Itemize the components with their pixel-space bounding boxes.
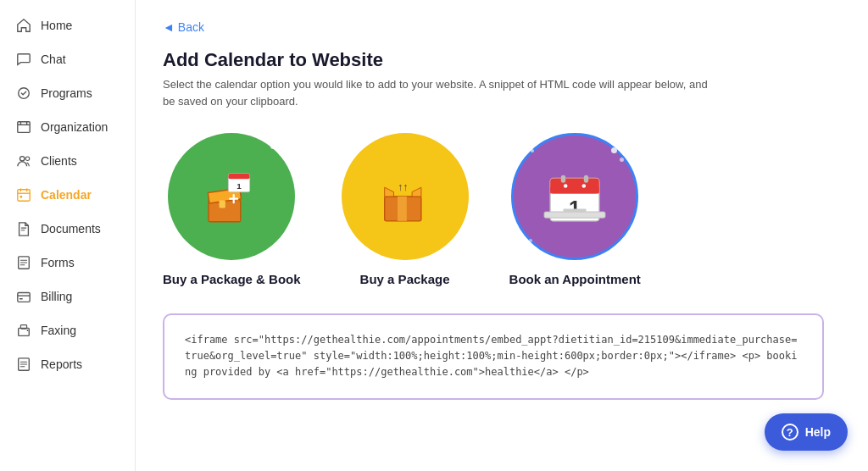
svg-rect-32	[564, 208, 587, 212]
sidebar-item-label: Clients	[41, 154, 77, 168]
sidebar: Home Chat Programs Organization	[0, 0, 136, 471]
sidebar-item-home[interactable]: Home	[0, 8, 135, 42]
sidebar-item-programs[interactable]: Programs	[0, 76, 135, 110]
svg-point-10	[27, 330, 29, 331]
svg-point-3	[25, 157, 30, 161]
calendar-icon	[15, 186, 32, 203]
clients-icon	[15, 152, 32, 169]
svg-rect-31	[544, 212, 605, 218]
svg-point-2	[20, 157, 25, 161]
buy-package-book-svg: 1	[193, 158, 270, 235]
svg-rect-27	[584, 175, 588, 183]
sidebar-item-label: Home	[41, 19, 72, 32]
option-circle-green: 1	[168, 133, 295, 260]
svg-rect-5	[20, 196, 23, 198]
svg-text:↑↑: ↑↑	[398, 181, 409, 193]
documents-icon	[15, 220, 32, 237]
sidebar-item-documents[interactable]: Documents	[0, 212, 135, 246]
svg-rect-7	[18, 293, 30, 302]
book-appointment-svg: 1	[537, 158, 613, 235]
option-circle-yellow: ↑↑	[342, 133, 469, 260]
back-arrow-icon: ◄	[163, 20, 175, 34]
sidebar-item-label: Billing	[41, 290, 72, 303]
svg-point-29	[564, 184, 568, 188]
sidebar-item-label: Calendar	[41, 188, 92, 202]
help-button[interactable]: ? Help	[765, 413, 848, 451]
option-book-appointment[interactable]: 1 Book an Appointment	[509, 133, 641, 286]
sidebar-item-clients[interactable]: Clients	[0, 144, 135, 178]
code-content: <iframe src="https://gethealthie.com/app…	[185, 332, 802, 381]
home-icon	[15, 17, 32, 34]
sidebar-item-label: Chat	[41, 53, 66, 66]
svg-rect-26	[561, 175, 565, 183]
main-content: ◄ Back Add Calendar to Website Select th…	[136, 0, 868, 471]
sidebar-item-billing[interactable]: Billing	[0, 280, 135, 313]
chat-icon	[15, 51, 32, 68]
sidebar-item-calendar[interactable]: Calendar	[0, 178, 135, 212]
svg-rect-4	[18, 190, 30, 202]
sidebar-item-label: Faxing	[41, 324, 76, 337]
billing-icon	[15, 288, 32, 305]
sidebar-item-faxing[interactable]: Faxing	[0, 313, 135, 347]
calendar-options: 1 Buy a Package & Book	[163, 133, 841, 286]
sidebar-item-forms[interactable]: Forms	[0, 246, 135, 280]
sidebar-item-chat[interactable]: Chat	[0, 42, 135, 76]
option-label-book-appointment: Book an Appointment	[509, 272, 641, 286]
back-link[interactable]: ◄ Back	[163, 20, 841, 34]
svg-rect-25	[550, 187, 599, 193]
page-title: Add Calendar to Website	[163, 49, 841, 71]
buy-package-svg: ↑↑	[367, 158, 443, 235]
question-icon: ?	[782, 424, 798, 441]
forms-icon	[15, 254, 32, 271]
organization-icon	[15, 119, 32, 136]
faxing-icon	[15, 322, 32, 339]
sidebar-item-label: Programs	[41, 86, 92, 100]
svg-rect-16	[229, 174, 250, 179]
page-subtitle: Select the calendar option you would lik…	[163, 76, 722, 109]
svg-point-30	[582, 184, 587, 188]
sidebar-item-label: Reports	[41, 357, 82, 371]
sidebar-item-organization[interactable]: Organization	[0, 110, 135, 144]
svg-rect-1	[18, 122, 30, 133]
svg-rect-14	[220, 201, 225, 208]
reports-icon	[15, 356, 32, 373]
sidebar-item-label: Organization	[41, 120, 108, 134]
svg-text:1: 1	[237, 181, 242, 191]
programs-icon	[15, 85, 32, 102]
code-box: <iframe src="https://gethealthie.com/app…	[163, 313, 824, 400]
sidebar-item-reports[interactable]: Reports	[0, 347, 135, 381]
sidebar-item-label: Forms	[41, 256, 75, 269]
option-buy-package[interactable]: ↑↑ Buy a Package	[342, 133, 469, 286]
svg-rect-21	[398, 197, 407, 221]
option-label-buy-package-book: Buy a Package & Book	[163, 272, 301, 286]
sidebar-item-label: Documents	[41, 222, 101, 236]
option-circle-purple: 1	[511, 133, 638, 260]
option-buy-package-book[interactable]: 1 Buy a Package & Book	[163, 133, 301, 286]
option-label-buy-package: Buy a Package	[360, 272, 450, 286]
